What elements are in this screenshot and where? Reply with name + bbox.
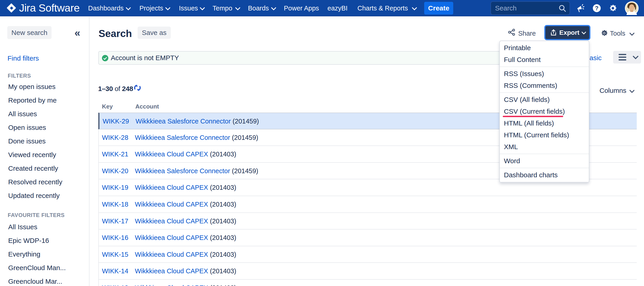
svg-text:?: ? — [595, 5, 598, 11]
